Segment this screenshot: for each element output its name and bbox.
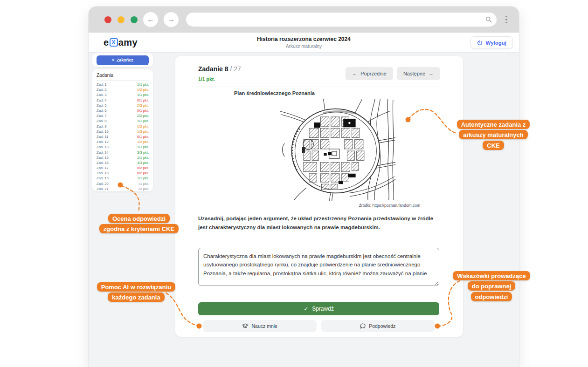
traffic-lights xyxy=(104,16,138,23)
page: ← → e X amy Historia rozszerzona czerwie… xyxy=(0,0,588,367)
task-row[interactable]: Zad. 163/3 pkt. xyxy=(97,160,149,165)
logo-text-pre: e xyxy=(104,37,109,48)
finish-exam-button[interactable]: × Zakończ xyxy=(97,55,149,65)
maximize-window-button[interactable] xyxy=(131,16,138,23)
task-row[interactable]: Zad. 31/1 pkt. xyxy=(97,92,149,97)
logo-x-icon: X xyxy=(110,38,118,47)
chat-bubble-icon xyxy=(360,323,366,329)
tasks-panel: Zadania Zad. 11/1 pkt. Zad. 21/2 pkt. Za… xyxy=(92,69,153,191)
task-row[interactable]: Zad. 40/1 pkt. xyxy=(97,98,149,103)
arrow-left-icon: ← xyxy=(147,15,154,24)
task-row[interactable]: Zad. 52/3 pkt. xyxy=(97,103,149,108)
task-row[interactable]: Zad. 81/1 pkt. xyxy=(97,118,149,123)
close-x-icon: × xyxy=(112,58,114,62)
task-row[interactable]: Zad. 180/2 pkt. xyxy=(97,170,149,176)
tasks-list: Zad. 11/1 pkt. Zad. 21/2 pkt. Zad. 31/1 … xyxy=(97,82,149,191)
figure-source: Źródło: https://poznan.fandom.com xyxy=(359,203,420,208)
task-row[interactable]: Zad. 60/1 pkt. xyxy=(97,108,149,113)
tasks-panel-title: Zadania xyxy=(97,73,149,81)
task-row[interactable]: Zad. 21/2 pkt. xyxy=(97,87,149,92)
close-window-button[interactable] xyxy=(104,16,111,23)
logout-label: Wyloguj xyxy=(485,40,506,46)
check-icon: ✓ xyxy=(304,306,308,312)
browser-menu-icon[interactable] xyxy=(503,16,510,24)
task-row[interactable]: Zad. 131/1 pkt. xyxy=(97,144,149,150)
task-row[interactable]: Zad. 151/1 pkt. xyxy=(97,155,149,160)
finish-card: × Zakończ xyxy=(92,53,153,67)
previous-task-button[interactable]: ← Poprzednie xyxy=(346,67,393,80)
arrow-right-icon: → xyxy=(167,15,175,24)
next-task-button[interactable]: Następne → xyxy=(397,67,440,80)
graduation-cap-icon xyxy=(242,323,249,329)
task-row[interactable]: Zad. 101/3 pkt. xyxy=(97,129,149,134)
task-row[interactable]: Zad. 110/1 pkt. xyxy=(97,134,149,139)
task-row[interactable]: Zad. 191/1 pkt. xyxy=(97,176,149,181)
arrow-left-icon: ← xyxy=(352,71,357,76)
teach-me-button[interactable]: Naucz mnie xyxy=(203,320,317,332)
app-header: e X amy Historia rozszerzona czerwiec 20… xyxy=(89,33,519,53)
exam-title: Historia rozszerzona czerwiec 2024 xyxy=(257,36,351,42)
url-bar[interactable] xyxy=(186,13,497,27)
divider xyxy=(198,87,440,87)
task-row[interactable]: Zad. 21-/2 pkt. xyxy=(97,186,149,191)
back-button[interactable]: ← xyxy=(143,12,158,27)
browser-window: ← → e X amy Historia rozszerzona czerwie… xyxy=(89,7,519,367)
browser-chrome-bar: ← → xyxy=(89,7,519,33)
logo-text-post: amy xyxy=(118,37,138,48)
question-text: Uzasadnij, podając jeden argument, że uk… xyxy=(198,214,442,232)
forward-button[interactable]: → xyxy=(164,12,179,27)
logout-button[interactable]: Wyloguj xyxy=(470,36,513,49)
task-row[interactable]: Zad. 72/2 pkt. xyxy=(97,113,149,118)
task-row[interactable]: Zad. 143/3 pkt. xyxy=(97,150,149,155)
task-row[interactable]: Zad. 170/2 pkt. xyxy=(97,165,149,170)
hint-button[interactable]: Podpowiedz xyxy=(321,320,435,332)
minimize-window-button[interactable] xyxy=(118,16,125,23)
examy-logo: e X amy xyxy=(104,37,138,48)
city-map-figure xyxy=(278,98,396,202)
task-row[interactable]: Zad. 11/1 pkt. xyxy=(97,82,149,87)
task-row[interactable]: Zad. 121/2 pkt. xyxy=(97,139,149,144)
power-icon xyxy=(477,40,483,46)
task-row[interactable]: Zad. 91/2 pkt. xyxy=(97,124,149,129)
question-card: Zadanie 8 / 27 1/1 pkt. ← Poprzednie Nas… xyxy=(175,56,463,337)
check-answer-button[interactable]: ✓ Sprawdź xyxy=(198,302,439,315)
answer-textarea[interactable]: Charakterystyczna dla miast lokowanych n… xyxy=(198,248,439,286)
figure-title: Plan średniowiecznego Poznania xyxy=(234,90,315,96)
search-icon[interactable] xyxy=(485,16,492,23)
arrow-right-icon: → xyxy=(429,71,434,76)
task-row[interactable]: Zad. 20-/1 pkt. xyxy=(97,181,149,186)
finish-label: Zakończ xyxy=(117,58,133,62)
exam-subtitle: Arkusz maturalny xyxy=(286,44,322,49)
